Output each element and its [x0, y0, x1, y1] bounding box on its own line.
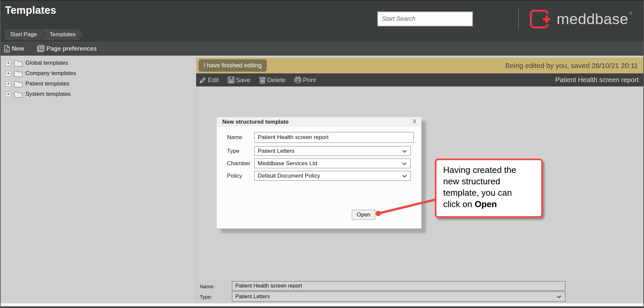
tree-connector	[11, 63, 14, 63]
tree-connector	[11, 73, 14, 74]
new-button[interactable]: New	[4, 45, 24, 53]
chevron-down-icon	[557, 294, 561, 298]
meddbase-logo-icon	[530, 10, 549, 28]
pencil-icon	[199, 76, 207, 84]
chevron-down-icon	[402, 173, 407, 177]
tree-item-company-templates[interactable]: + Company templates	[6, 69, 76, 78]
page-preferences-button[interactable]: Page preferences	[37, 45, 97, 52]
tree-item-system-templates[interactable]: + System templates	[6, 90, 71, 99]
new-document-icon	[4, 45, 10, 53]
footer-name-label: Name:	[200, 284, 215, 289]
breadcrumb: Start Page Templates	[5, 29, 83, 40]
page-title: Templates	[5, 4, 56, 16]
registered-mark: ®	[629, 11, 632, 16]
expand-plus-icon[interactable]: +	[6, 61, 11, 66]
template-name-input[interactable]	[254, 132, 414, 143]
tree-item-global-templates[interactable]: + Global templates	[6, 59, 68, 67]
dialog-titlebar: New structured template X	[217, 117, 421, 126]
chamber-select[interactable]: Meddbase Services Ltd	[254, 159, 411, 168]
print-button[interactable]: Print	[294, 76, 316, 84]
type-label: Type	[227, 148, 254, 155]
dialog-chamber-row: Chamber Meddbase Services Ltd	[227, 159, 411, 168]
annotation-line: template, you can	[443, 187, 541, 198]
header-divider	[518, 8, 519, 30]
chevron-down-icon	[402, 148, 407, 152]
edit-button[interactable]: Edit	[199, 76, 219, 84]
editing-status-text: Being edited by you, saved 28/10/21 20:1…	[505, 62, 638, 70]
header: Templates Start Page Templates meddbase®	[1, 1, 643, 42]
tree-item-patient-templates[interactable]: + Patient templates	[6, 79, 69, 88]
annotation-line: new structured	[443, 176, 541, 187]
dialog-name-row: Name	[227, 132, 414, 143]
editing-banner: I have finished editing Being edited by …	[196, 58, 643, 73]
app-window: Templates Start Page Templates meddbase®…	[0, 0, 644, 308]
expand-plus-icon[interactable]: +	[6, 71, 11, 76]
annotation-line: click on Open	[443, 198, 541, 210]
footer-type-select[interactable]: Patient Letters	[232, 292, 565, 302]
tree-connector	[11, 84, 14, 84]
panel-divider	[196, 56, 197, 279]
annotation-callout: Having created the new structured templa…	[435, 159, 543, 218]
search-input[interactable]	[377, 11, 473, 26]
footer-form: Name: Type: Patient Letters	[196, 279, 643, 303]
expand-plus-icon[interactable]: +	[6, 92, 11, 97]
footer-name-input[interactable]	[232, 281, 565, 291]
document-title: Patient Health screen report	[555, 76, 639, 84]
policy-label: Policy	[227, 173, 254, 179]
app-toolbar: New Page preferences	[1, 42, 643, 56]
close-icon[interactable]: X	[413, 118, 416, 125]
printer-icon	[294, 76, 302, 83]
folder-icon	[14, 70, 23, 77]
trash-icon	[259, 76, 266, 84]
page-preferences-icon	[37, 45, 45, 52]
chevron-down-icon	[402, 161, 407, 165]
window-bottom-frame	[1, 306, 643, 308]
dialog-type-row: Type Patient Letters	[227, 146, 411, 156]
meddbase-logo: meddbase®	[530, 10, 632, 28]
open-button[interactable]: Open	[352, 210, 375, 220]
name-label: Name	[227, 134, 254, 141]
folder-icon	[14, 91, 23, 98]
breadcrumb-start-page[interactable]: Start Page	[5, 29, 44, 40]
new-structured-template-dialog: New structured template X Name Type Pati…	[217, 117, 421, 229]
folder-icon	[14, 60, 23, 67]
tree-connector	[11, 94, 14, 95]
delete-button[interactable]: Delete	[259, 76, 286, 84]
logo-wordmark: meddbase®	[557, 10, 632, 28]
footer-type-label: Type:	[200, 294, 212, 300]
folder-icon	[14, 80, 23, 87]
template-type-select[interactable]: Patient Letters	[254, 146, 411, 156]
save-button[interactable]: Save	[228, 76, 250, 84]
document-toolbar: Edit Save Delete Print Patient Health sc…	[196, 73, 643, 86]
expand-plus-icon[interactable]: +	[6, 81, 11, 86]
floppy-save-icon	[228, 76, 235, 83]
annotation-line: Having created the	[443, 164, 541, 176]
dialog-title: New structured template	[222, 119, 289, 125]
finished-editing-button[interactable]: I have finished editing	[198, 59, 267, 72]
breadcrumb-templates[interactable]: Templates	[41, 29, 83, 40]
policy-select[interactable]: Default Document Policy	[254, 171, 411, 181]
dialog-policy-row: Policy Default Document Policy	[227, 171, 411, 181]
bottom-strip	[1, 303, 643, 306]
chamber-label: Chamber	[227, 160, 254, 167]
logo-plus-icon	[542, 14, 552, 24]
